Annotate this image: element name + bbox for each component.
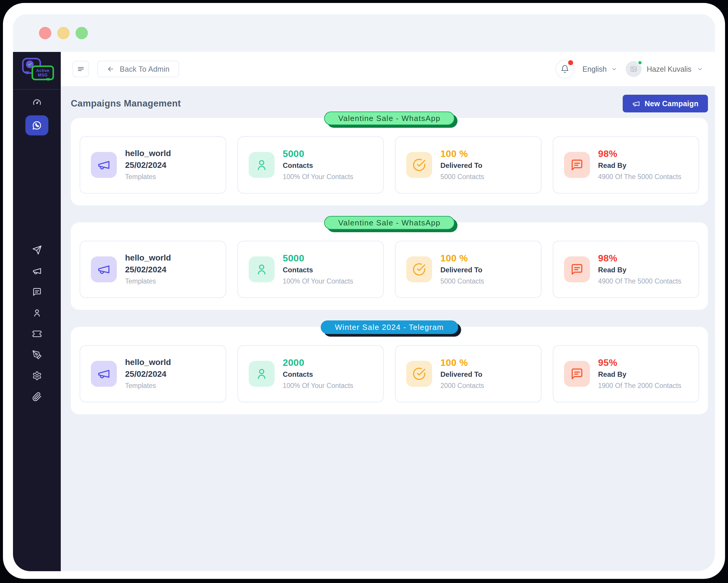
stat-sub: 5000 Contacts	[440, 276, 484, 287]
stat-sub: 4900 Of The 5000 Contacts	[598, 171, 681, 182]
stat-label: Contacts	[283, 160, 354, 171]
megaphone-icon	[91, 256, 117, 282]
stat-label: Delivered To	[440, 264, 484, 276]
message-icon	[564, 361, 590, 387]
sidebar-item-send[interactable]	[32, 245, 42, 255]
whatsapp-icon	[31, 120, 43, 131]
logo-line2: MSG	[35, 73, 50, 77]
sidebar-item-megaphone[interactable]	[32, 266, 42, 276]
stat-value: 98%	[598, 148, 681, 160]
chat-icon	[32, 287, 42, 297]
user-icon	[249, 361, 275, 387]
sidebar-item-whatsapp[interactable]	[25, 116, 48, 135]
template-sub: Templates	[125, 171, 171, 182]
window-titlebar	[13, 14, 715, 52]
stat-label: Delivered To	[440, 160, 484, 171]
sidebar-item-ticket[interactable]	[32, 329, 42, 339]
sidebar-item-chat[interactable]	[32, 287, 42, 297]
sidebar-item-paperclip[interactable]	[32, 392, 42, 402]
campaign-badge: Valentine Sale - WhatsApp	[324, 216, 454, 230]
campaign-badge-label: Valentine Sale - WhatsApp	[338, 218, 440, 227]
template-card: hello_world 25/02/2024 Templates	[80, 345, 226, 402]
sidebar-item-gear[interactable]	[32, 371, 42, 381]
stat-card: 100 % Delivered To 2000 Contacts	[395, 345, 542, 402]
template-card: hello_world 25/02/2024 Templates	[80, 241, 226, 298]
campaign-cards: hello_world 25/02/2024 Templates 5000 Co…	[80, 136, 699, 194]
notifications-button[interactable]	[555, 59, 574, 78]
template-name: hello_world	[125, 252, 171, 264]
stat-card: 2000 Contacts 100% Of Your Contacts	[237, 345, 384, 402]
back-to-admin-button[interactable]: Back To Admin	[97, 61, 179, 77]
user-name: Hazel Kuvalis	[647, 65, 692, 73]
pen-icon	[32, 350, 42, 360]
gauge-icon	[32, 98, 42, 108]
hamburger-icon	[77, 65, 85, 73]
menu-button[interactable]	[73, 61, 89, 77]
online-status-dot	[638, 60, 643, 65]
image-icon	[630, 65, 638, 73]
stat-value: 5000	[283, 252, 354, 264]
campaign-section: Winter Sale 2024 - Telegram hello_world …	[71, 327, 708, 414]
campaign-cards: hello_world 25/02/2024 Templates 2000 Co…	[80, 345, 699, 402]
template-name: hello_world	[125, 356, 171, 368]
language-label: English	[582, 65, 607, 73]
template-date: 25/02/2024	[125, 264, 171, 276]
stat-card: 100 % Delivered To 5000 Contacts	[395, 241, 542, 298]
user-icon	[32, 308, 42, 318]
notification-dot	[568, 60, 573, 65]
sidebar-item-pen[interactable]	[32, 350, 42, 360]
chevron-down-icon	[611, 66, 617, 72]
stat-sub: 2000 Contacts	[440, 380, 484, 391]
user-icon	[249, 152, 275, 178]
logo-wordmark: Active MSG	[31, 66, 54, 80]
stat-card: 98% Read By 4900 Of The 5000 Contacts	[553, 241, 699, 298]
close-window-button[interactable]	[39, 27, 51, 39]
campaign-list: Valentine Sale - WhatsApp hello_world 25…	[71, 118, 708, 414]
app-window: Active MSG Back To Admi	[3, 3, 725, 579]
message-icon	[564, 256, 590, 282]
campaign-section: Valentine Sale - WhatsApp hello_world 25…	[71, 223, 708, 310]
sidebar-item-gauge[interactable]	[32, 98, 42, 108]
stat-sub: 1900 Of The 2000 Contacts	[598, 380, 681, 391]
ticket-icon	[32, 329, 42, 339]
sidebar: Active MSG	[13, 52, 61, 571]
stat-sub: 100% Of Your Contacts	[283, 171, 354, 182]
stat-card: 100 % Delivered To 5000 Contacts	[395, 136, 542, 194]
message-icon	[564, 152, 590, 178]
template-name: hello_world	[125, 148, 171, 159]
stat-sub: 5000 Contacts	[440, 171, 484, 182]
topbar: Back To Admin English	[61, 52, 715, 86]
sidebar-nav-top	[25, 98, 48, 135]
minimize-window-button[interactable]	[57, 27, 70, 39]
stat-value: 100 %	[440, 148, 484, 160]
stat-label: Contacts	[283, 264, 354, 276]
campaign-badge-label: Valentine Sale - WhatsApp	[338, 114, 440, 123]
stat-value: 100 %	[440, 356, 484, 369]
campaign-cards: hello_world 25/02/2024 Templates 5000 Co…	[80, 241, 699, 298]
back-to-admin-label: Back To Admin	[120, 65, 170, 73]
sidebar-nav-bottom	[32, 245, 42, 402]
template-card: hello_world 25/02/2024 Templates	[80, 136, 226, 194]
stat-label: Read By	[598, 369, 681, 380]
new-campaign-button[interactable]: New Campaign	[623, 95, 708, 112]
maximize-window-button[interactable]	[76, 27, 88, 39]
arrow-left-icon	[107, 65, 114, 73]
language-selector[interactable]: English	[582, 65, 617, 73]
avatar	[626, 61, 642, 77]
logo-line1: Active	[35, 69, 50, 73]
paperclip-icon	[32, 392, 42, 402]
user-icon	[249, 256, 275, 282]
template-date: 25/02/2024	[125, 159, 171, 171]
template-date: 25/02/2024	[125, 368, 171, 380]
sidebar-item-user[interactable]	[32, 308, 42, 318]
template-sub: Templates	[125, 380, 171, 391]
user-menu[interactable]: Hazel Kuvalis	[626, 61, 703, 77]
check-circle-icon	[406, 256, 432, 282]
stat-value: 2000	[283, 356, 354, 369]
campaign-section: Valentine Sale - WhatsApp hello_world 25…	[71, 118, 708, 205]
stat-card: 5000 Contacts 100% Of Your Contacts	[237, 136, 384, 194]
stat-sub: 100% Of Your Contacts	[283, 380, 354, 391]
gear-icon	[32, 371, 42, 381]
campaign-badge: Winter Sale 2024 - Telegram	[321, 321, 458, 334]
megaphone-icon	[32, 266, 42, 276]
